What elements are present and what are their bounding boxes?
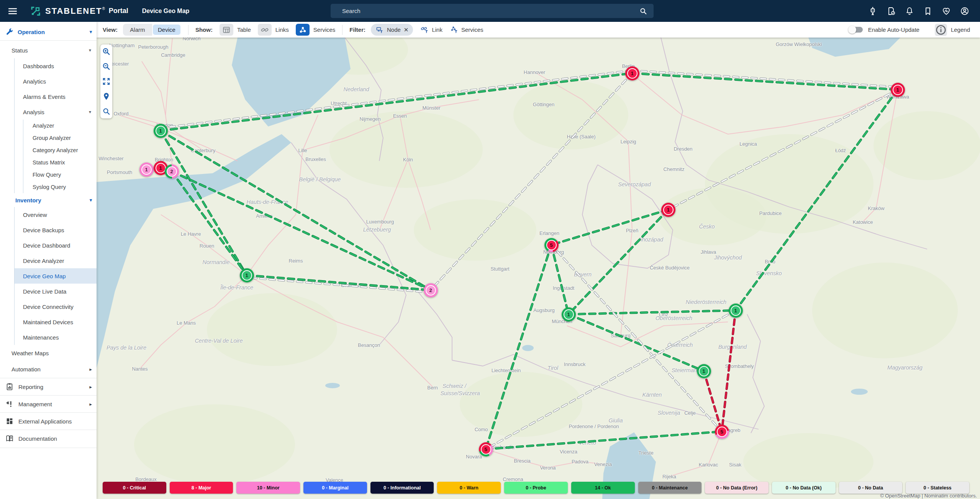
sidebar-item-label: Automation [11,366,41,373]
sidebar-item-category-analyzer[interactable]: Category Analyzer [23,144,97,156]
map-toolbar: View: AlarmDevice Show: TableLinksServic… [97,22,980,38]
map-node-praha[interactable]: 1 [661,203,675,217]
notifications-icon[interactable] [905,7,914,16]
sidebar-item-maintenances[interactable]: Maintenances [15,330,97,345]
node-count: 2 [167,166,177,177]
close-icon[interactable]: ✕ [404,26,409,33]
map-node-brighton-w[interactable]: 1 [139,163,154,177]
sidebar-item-label: Device Live Data [23,288,66,295]
sidebar-item-analysis[interactable]: Analysis▾ [15,104,97,120]
status-legend-no-data-ok-[interactable]: 0 - No Data (Ok) [772,482,836,494]
node-filter-icon [375,26,384,34]
map-attribution[interactable]: © OpenStreetMap | Nominatim contributors… [880,493,977,499]
sidebar-item-syslog-query[interactable]: Syslog Query [23,181,97,193]
health-icon[interactable] [942,7,951,16]
report-icon [5,382,14,391]
links-icon [261,26,269,34]
sidebar-item-maintained-devices[interactable]: Maintained Devices [15,314,97,330]
status-legend-warn[interactable]: 0 - Warn [437,482,501,494]
status-legend-probe[interactable]: 0 - Probe [504,482,568,494]
status-legend-no-data-error-[interactable]: 0 - No Data (Error) [705,482,769,494]
chevron-right-icon: ▸ [89,401,92,407]
map-canvas[interactable]: NottinghamLeicesterNorwichPeterboroughCa… [97,38,980,499]
view-option-alarm[interactable]: Alarm [123,24,152,36]
sidebar-section-operation[interactable]: Operation▾ [0,25,97,39]
map-node-warszawa[interactable]: 1 [891,83,905,97]
bookmark-icon[interactable] [923,7,932,16]
sidebar-item-analytics[interactable]: Analytics [15,74,97,89]
sidebar-item-device-backups[interactable]: Device Backups [15,222,97,238]
sidebar-item-weather-maps[interactable]: Weather Maps [0,345,97,361]
status-legend-no-data[interactable]: 0 - No Data [839,482,903,494]
sidebar-item-group-analyzer[interactable]: Group Analyzer [23,132,97,144]
sidebar-item-device-dashboard[interactable]: Device Dashboard [15,238,97,253]
sidebar-item-device-connectivity[interactable]: Device Connectivity [15,299,97,314]
sidebar-item-label: Weather Maps [11,350,49,356]
filter-link-button[interactable]: Link [421,26,442,34]
search-input[interactable] [331,4,654,18]
map-node-graz[interactable]: 1 [697,364,711,378]
map-node-nuernberg[interactable]: 5 [544,238,559,252]
filter-chip-node[interactable]: Node ✕ [371,24,413,36]
sidebar-item-analyzer[interactable]: Analyzer [23,120,97,132]
map-node-london[interactable]: 1 [154,124,168,138]
show-services-button[interactable] [296,24,310,36]
map-node-muenchen[interactable]: 1 [562,307,576,322]
status-legend-critical[interactable]: 0 - Critical [103,482,166,494]
show-links-button[interactable] [258,24,272,36]
sidebar-section-inventory[interactable]: Inventory▾ [0,193,97,207]
sidebar-item-status-matrix[interactable]: Status Matrix [23,156,97,169]
map-node-milano[interactable]: 5 [479,442,493,456]
view-option-device[interactable]: Device [152,24,181,36]
show-table-button[interactable] [220,24,233,36]
node-count: 1 [627,68,637,79]
sidebar-item-documentation[interactable]: Documentation [0,431,97,446]
link-filter-icon [421,26,429,34]
filter-services-button[interactable]: Services [450,26,483,34]
sidebar-item-overview[interactable]: Overview [15,207,97,222]
status-legend-marginal[interactable]: 0 - Marginal [303,482,367,494]
sidebar-item-automation[interactable]: Automation▸ [0,361,97,377]
sidebar-item-flow-query[interactable]: Flow Query [23,169,97,181]
map-controls [100,44,112,118]
map-node-strasbourg[interactable]: 2 [424,283,438,297]
account-icon[interactable] [960,7,969,16]
search-icon[interactable] [639,7,647,15]
map-node-paris[interactable]: 1 [240,268,254,282]
status-legend-minor[interactable]: 10 - Minor [236,482,300,494]
sidebar-item-device-geo-map[interactable]: Device Geo Map [15,268,97,284]
sidebar-item-external-applications[interactable]: External Applications [0,414,97,429]
map-node-wien[interactable]: 1 [729,304,743,318]
zoom-in-icon[interactable] [102,47,111,56]
search-icon[interactable] [102,107,111,116]
map-node-zagreb[interactable]: 5 [715,425,729,439]
status-legend-informational[interactable]: 0 - Informational [370,482,434,494]
divider [0,412,97,413]
status-legend-major[interactable]: 8 - Major [170,482,233,494]
zoom-out-icon[interactable] [102,62,111,71]
sidebar-item-status[interactable]: Status▾ [0,42,97,58]
brand[interactable]: STABLENET ® Portal [30,5,128,17]
sidebar-item-management[interactable]: Management▸ [0,396,97,412]
marker-icon[interactable] [102,92,111,101]
auto-update-toggle[interactable] [849,27,863,33]
sidebar-item-label: Device Analyzer [23,258,64,264]
menu-icon[interactable] [8,6,18,16]
assistant-icon[interactable] [868,7,877,16]
sidebar-item-alarms-events[interactable]: Alarms & Events [15,89,97,104]
fullscreen-icon[interactable] [102,77,111,86]
script-check-icon[interactable] [887,7,896,16]
map-node-brighton-e[interactable]: 2 [165,164,179,179]
status-legend-stateless[interactable]: 0 - Stateless [906,482,969,494]
map-node-hannover[interactable]: 1 [625,66,639,80]
sidebar-item-reporting[interactable]: Reporting▸ [0,379,97,394]
sidebar-item-device-live-data[interactable]: Device Live Data [15,284,97,299]
chevron-right-icon: ▸ [89,366,92,372]
status-legend-maintenance[interactable]: 0 - Maintenance [638,482,702,494]
node-count: 5 [481,444,491,455]
sidebar-item-device-analyzer[interactable]: Device Analyzer [15,253,97,268]
status-legend-ok[interactable]: 14 - Ok [571,482,635,494]
node-count: 1 [893,85,903,95]
sidebar-item-dashboards[interactable]: Dashboards [15,58,97,74]
legend-button[interactable]: Legend [935,24,970,36]
